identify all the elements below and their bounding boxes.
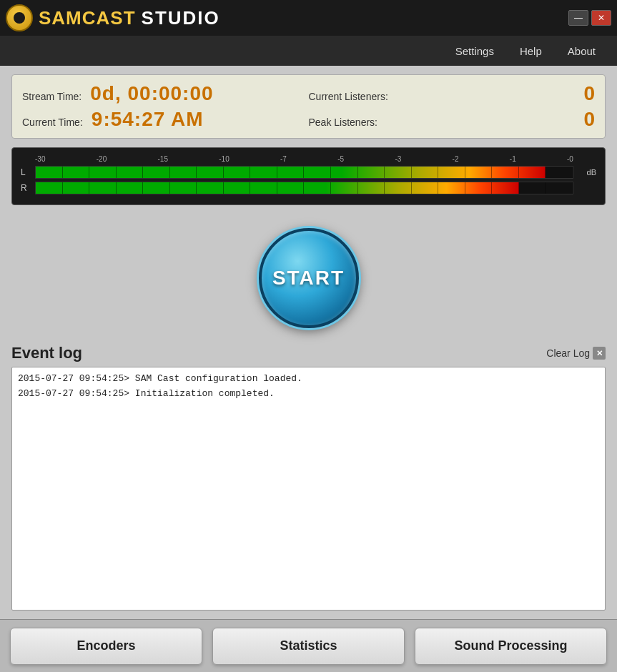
stream-time-value: 0d, 00:00:00: [90, 82, 213, 105]
title-bar: SAMCAST STUDIO — ✕: [0, 0, 617, 36]
vu-right-label: R: [21, 183, 31, 193]
menu-settings[interactable]: Settings: [443, 41, 507, 61]
tab-statistics[interactable]: Statistics: [212, 628, 405, 665]
stats-panel: Stream Time: 0d, 00:00:00 Current Listen…: [11, 74, 606, 139]
tab-sound-processing[interactable]: Sound Processing: [415, 628, 607, 665]
stream-time-label: Stream Time:: [22, 91, 82, 102]
log-line-2: 2015-07-27 09:54:25> Initialization comp…: [18, 387, 599, 402]
menu-about[interactable]: About: [555, 41, 608, 61]
clear-log-x-icon[interactable]: ✕: [593, 347, 606, 360]
vu-right-ticks: [36, 182, 573, 194]
vu-meter-panel: -30 -20 -15 -10 -7 -5 -3 -2 -1 -0 L: [11, 147, 606, 205]
close-button[interactable]: ✕: [591, 10, 611, 26]
vu-left-label: L: [21, 167, 31, 177]
current-time-row: Current Time: 9:54:27 AM: [22, 108, 309, 131]
start-button-label: START: [272, 267, 345, 290]
window-controls: — ✕: [568, 10, 611, 26]
peak-listeners-value: 0: [583, 108, 595, 131]
vu-scale-0: -0: [567, 155, 573, 163]
vu-scale: -30 -20 -15 -10 -7 -5 -3 -2 -1 -0: [21, 155, 573, 166]
bottom-tabs: Encoders Statistics Sound Processing: [0, 619, 617, 672]
minimize-button[interactable]: —: [568, 10, 588, 26]
current-listeners-value: 0: [583, 82, 595, 105]
start-button-area: START: [11, 214, 606, 335]
vu-scale-5: -5: [337, 155, 344, 163]
menu-bar: Settings Help About: [0, 36, 617, 66]
peak-listeners-label: Peak Listeners:: [309, 117, 378, 128]
vu-scale-20: -20: [97, 155, 107, 163]
vu-right-row: R: [21, 182, 596, 194]
start-button[interactable]: START: [259, 228, 359, 328]
current-time-label: Current Time:: [22, 117, 83, 128]
vu-scale-1: -1: [510, 155, 516, 163]
current-listeners-label: Current Listeners:: [309, 91, 388, 102]
vu-left-ticks: [36, 167, 573, 178]
studio-text: STUDIO: [142, 7, 220, 29]
current-listeners-row: Current Listeners: 0: [309, 82, 596, 105]
logo-inner: [14, 12, 25, 24]
menu-help[interactable]: Help: [507, 41, 555, 61]
event-log-section: Event log Clear Log ✕ 2015-07-27 09:54:2…: [11, 344, 606, 611]
clear-log-label: Clear Log: [546, 347, 590, 359]
logo-icon: [6, 4, 33, 31]
vu-db-label: dB: [578, 168, 596, 177]
vu-right-bar: [35, 182, 573, 194]
log-line-1: 2015-07-27 09:54:25> SAM Cast configurat…: [18, 372, 599, 387]
tab-encoders[interactable]: Encoders: [10, 628, 202, 665]
vu-left-bar: [35, 166, 573, 179]
stream-time-row: Stream Time: 0d, 00:00:00: [22, 82, 309, 105]
vu-scale-3: -3: [395, 155, 401, 163]
clear-log-button[interactable]: Clear Log ✕: [546, 347, 606, 360]
main-content: Stream Time: 0d, 00:00:00 Current Listen…: [0, 66, 617, 619]
event-log-box[interactable]: 2015-07-27 09:54:25> SAM Cast configurat…: [11, 367, 606, 611]
event-log-header: Event log Clear Log ✕: [11, 344, 606, 362]
vu-scale-30: -30: [35, 155, 45, 163]
peak-listeners-row: Peak Listeners: 0: [309, 108, 596, 131]
event-log-title: Event log: [11, 344, 82, 362]
current-time-value: 9:54:27 AM: [92, 108, 204, 131]
vu-scale-7: -7: [280, 155, 287, 163]
vu-scale-10: -10: [219, 155, 229, 163]
app-logo: SAMCAST STUDIO: [6, 4, 220, 31]
vu-scale-15: -15: [158, 155, 168, 163]
logo-text: SAMCAST: [39, 7, 136, 29]
vu-scale-2: -2: [453, 155, 459, 163]
vu-left-row: L: [21, 166, 596, 179]
